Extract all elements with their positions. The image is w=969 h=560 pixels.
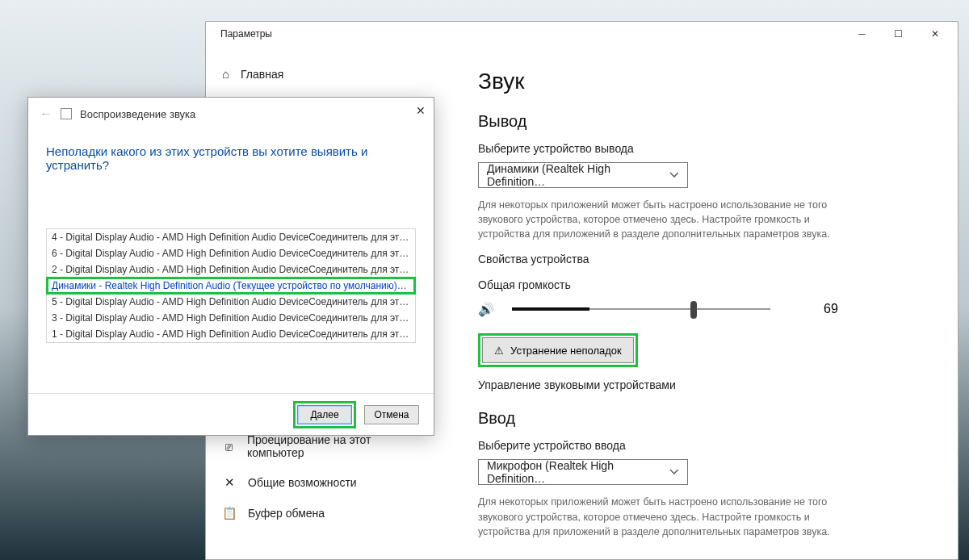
back-icon[interactable]: ← <box>40 107 52 121</box>
troubleshoot-dialog: ← Воспроизведение звука ✕ Неполадки како… <box>27 97 434 436</box>
chevron-down-icon <box>669 467 679 477</box>
master-volume-value: 69 <box>824 302 838 316</box>
clipboard-icon: 📋 <box>222 506 237 520</box>
device-row[interactable]: 5 - Digital Display Audio - AMD High Def… <box>47 294 415 310</box>
troubleshoot-button[interactable]: ⚠ Устранение неполадок <box>482 337 634 363</box>
input-desc: Для некоторых приложений может быть наст… <box>478 495 833 538</box>
sidebar-home[interactable]: ⌂ Главная <box>206 61 436 87</box>
dialog-header: ← Воспроизведение звука ✕ <box>28 98 434 130</box>
volume-row: 🔊 69 <box>478 298 932 320</box>
sidebar-item-label: Общие возможности <box>248 476 357 489</box>
device-properties-link[interactable]: Свойства устройства <box>478 253 932 265</box>
next-button-highlight: Далее <box>293 401 356 428</box>
sidebar-item-label: Буфер обмена <box>248 507 325 520</box>
minimize-button[interactable]: ─ <box>844 23 880 45</box>
device-row-selected[interactable]: Динамики - Realtek High Definition Audio… <box>47 278 415 294</box>
output-device-value: Динамики (Realtek High Definition… <box>487 162 669 188</box>
shared-icon: ✕ <box>222 475 237 490</box>
device-row[interactable]: 6 - Digital Display Audio - AMD High Def… <box>47 245 415 261</box>
home-icon: ⌂ <box>222 67 229 81</box>
dialog-footer: Далее Отмена <box>28 393 434 435</box>
output-desc: Для некоторых приложений может быть наст… <box>478 198 833 241</box>
chevron-down-icon <box>669 170 679 180</box>
device-row[interactable]: 3 - Digital Display Audio - AMD High Def… <box>47 310 415 326</box>
device-row[interactable]: 1 - Digital Display Audio - AMD High Def… <box>47 326 415 342</box>
sidebar-item-clipboard[interactable]: 📋 Буфер обмена <box>206 498 436 529</box>
close-button[interactable]: ✕ <box>917 23 953 45</box>
troubleshoot-highlight: ⚠ Устранение неполадок <box>478 333 638 367</box>
output-section-title: Вывод <box>478 112 932 131</box>
input-device-select[interactable]: Микрофон (Realtek High Definition… <box>478 459 688 485</box>
output-device-label: Выберите устройство вывода <box>478 142 932 155</box>
input-device-value: Микрофон (Realtek High Definition… <box>487 459 669 485</box>
input-section-title: Ввод <box>478 409 932 428</box>
device-row[interactable]: 2 - Digital Display Audio - AMD High Def… <box>47 261 415 278</box>
device-list[interactable]: 4 - Digital Display Audio - AMD High Def… <box>46 228 416 343</box>
next-button[interactable]: Далее <box>297 405 352 424</box>
sidebar-item-label: Проецирование на этот компьютер <box>247 433 420 459</box>
speaker-icon: 🔊 <box>478 302 497 317</box>
home-label: Главная <box>241 68 283 81</box>
dialog-app-icon <box>61 108 72 119</box>
dialog-title: Воспроизведение звука <box>80 108 195 120</box>
dialog-body: Неполадки какого из этих устройств вы хо… <box>28 130 434 393</box>
input-device-label: Выберите устройство ввода <box>478 439 932 452</box>
content: Звук Вывод Выберите устройство вывода Ди… <box>436 46 958 559</box>
dialog-heading: Неполадки какого из этих устройств вы хо… <box>46 144 416 172</box>
troubleshoot-label: Устранение неполадок <box>510 345 622 357</box>
manage-devices-link[interactable]: Управление звуковыми устройствами <box>478 378 932 391</box>
projecting-icon: ⎚ <box>222 440 236 453</box>
dialog-close-button[interactable]: ✕ <box>416 104 426 117</box>
cancel-button[interactable]: Отмена <box>364 405 419 424</box>
slider-thumb[interactable] <box>690 301 697 319</box>
master-volume-label: Общая громкость <box>478 278 932 291</box>
maximize-button[interactable]: ☐ <box>880 23 917 45</box>
master-volume-slider[interactable] <box>512 298 770 320</box>
window-title: Параметры <box>220 28 272 40</box>
device-row[interactable]: 4 - Digital Display Audio - AMD High Def… <box>47 229 415 245</box>
titlebar: Параметры ─ ☐ ✕ <box>206 22 958 46</box>
output-device-select[interactable]: Динамики (Realtek High Definition… <box>478 162 688 188</box>
window-controls: ─ ☐ ✕ <box>844 23 953 45</box>
slider-fill <box>512 307 589 311</box>
warning-icon: ⚠ <box>494 345 504 357</box>
sidebar-item-shared[interactable]: ✕ Общие возможности <box>206 467 436 498</box>
page-title: Звук <box>478 69 932 94</box>
